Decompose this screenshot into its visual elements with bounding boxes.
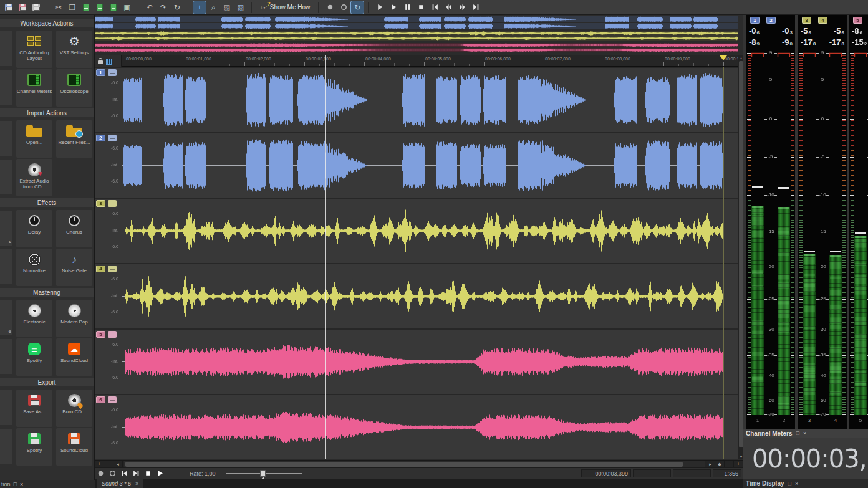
waveform-canvas-2[interactable] bbox=[95, 133, 738, 199]
soundcloud-export-button[interactable]: SoundCloud bbox=[56, 428, 92, 466]
play-button[interactable] bbox=[154, 469, 166, 478]
stop-button[interactable] bbox=[142, 469, 154, 478]
restore-meters-icon[interactable]: □ bbox=[796, 430, 799, 436]
track-lane-2[interactable]: 2—-6.0-Inf.-6.0 bbox=[95, 132, 738, 198]
minimize-track-button-1[interactable]: — bbox=[108, 69, 117, 76]
restore-panel-icon[interactable]: □ bbox=[14, 481, 17, 487]
waveform-canvas-4[interactable] bbox=[95, 264, 738, 330]
forward-button[interactable] bbox=[456, 1, 468, 14]
open-button[interactable]: Open... bbox=[16, 120, 52, 158]
track-number-badge-1[interactable]: 1 bbox=[96, 69, 105, 76]
rate-slider-thumb[interactable] bbox=[260, 470, 266, 477]
close-tab-icon[interactable]: × bbox=[135, 481, 138, 487]
vertical-scrollbar-thumb[interactable] bbox=[739, 61, 743, 447]
minimize-track-button-4[interactable]: — bbox=[108, 266, 117, 272]
go-to-end-button[interactable] bbox=[470, 1, 482, 14]
redo-button[interactable]: ↷ bbox=[157, 1, 170, 14]
show-me-how-button[interactable]: ☞?Show Me How bbox=[257, 1, 314, 14]
close-meters-icon[interactable]: × bbox=[803, 430, 806, 436]
paste-button[interactable] bbox=[80, 1, 92, 14]
record-button[interactable] bbox=[324, 1, 336, 14]
trim-crop-button[interactable]: ▣ bbox=[121, 1, 133, 14]
pencil-tool-button[interactable]: ▨ bbox=[221, 1, 233, 14]
end-of-file-marker-icon[interactable] bbox=[720, 55, 727, 60]
record-button[interactable] bbox=[95, 469, 107, 478]
paste-special-button[interactable] bbox=[94, 1, 106, 14]
save-button[interactable] bbox=[2, 1, 15, 14]
spotify-export-button[interactable]: Spotify bbox=[16, 428, 52, 466]
track-number-badge-2[interactable]: 2 bbox=[96, 135, 105, 141]
rate-slider[interactable] bbox=[226, 469, 302, 478]
go-to-end-button[interactable] bbox=[130, 469, 142, 478]
magnify-tool-button[interactable]: ⌕ bbox=[207, 1, 219, 14]
document-tab[interactable]: Sound 3 * 6 × bbox=[97, 479, 143, 488]
stop-button[interactable] bbox=[415, 1, 427, 14]
rewind-button[interactable] bbox=[442, 1, 455, 14]
cut-button[interactable]: ✂ bbox=[52, 1, 65, 14]
cd-authoring-layout-button[interactable]: CD Authoring Layout bbox=[16, 31, 52, 68]
copy-button[interactable]: ❐ bbox=[66, 1, 79, 14]
restore-time-display-icon[interactable]: □ bbox=[788, 481, 791, 487]
recent-files-button[interactable]: Recent Files... bbox=[56, 120, 92, 158]
play-all-button[interactable] bbox=[374, 1, 386, 14]
track-number-badge-6[interactable]: 6 bbox=[96, 396, 105, 403]
oscilloscope-button[interactable]: Oscilloscope bbox=[56, 69, 92, 107]
go-to-start-button[interactable] bbox=[428, 1, 441, 14]
delay-button[interactable]: Delay bbox=[16, 210, 52, 247]
auto-ripple-icon[interactable] bbox=[106, 59, 112, 65]
modern-pop-button[interactable]: Modern Pop bbox=[56, 300, 92, 337]
selection-tool-button[interactable]: ▧ bbox=[234, 1, 247, 14]
minimize-track-button-2[interactable]: — bbox=[108, 135, 117, 141]
normalize-button[interactable]: Normalize bbox=[16, 249, 52, 286]
repeat-button[interactable]: ↻ bbox=[171, 1, 183, 14]
save-all-button[interactable] bbox=[30, 1, 42, 14]
zoom-out-button[interactable]: − bbox=[725, 461, 734, 467]
waveform-canvas-5[interactable] bbox=[95, 330, 738, 395]
overview-strip[interactable] bbox=[95, 16, 738, 54]
soundcloud-mastering-button[interactable]: ☁SoundCloud bbox=[56, 338, 92, 376]
track-lane-1[interactable]: 1—-6.0-Inf.-6.0 bbox=[95, 67, 738, 132]
waveform-canvas-3[interactable] bbox=[95, 199, 738, 264]
waveform-canvas-6[interactable] bbox=[95, 395, 738, 461]
edit-tool-button[interactable]: + bbox=[193, 1, 206, 14]
zoom-out-time-button[interactable]: − bbox=[104, 461, 113, 467]
electronic-button[interactable]: Electronic bbox=[16, 300, 52, 337]
vertical-scrollbar[interactable]: ▴ ▾ bbox=[738, 55, 743, 459]
paste-to-new-button[interactable] bbox=[107, 1, 120, 14]
waveform-canvas-1[interactable] bbox=[95, 68, 738, 133]
track-lane-5[interactable]: 5—-6.0-Inf.-6.0 bbox=[95, 328, 738, 394]
track-lane-4[interactable]: 4—-6.0-Inf.-6.0 bbox=[95, 263, 738, 328]
channel-meters-button[interactable]: Channel Meters bbox=[16, 69, 52, 107]
playback-cursor[interactable] bbox=[326, 55, 326, 459]
horizontal-scrollbar-track[interactable] bbox=[124, 461, 705, 467]
track-number-badge-4[interactable]: 4 bbox=[96, 266, 105, 272]
loop-playback-button[interactable] bbox=[107, 469, 118, 478]
track-lane-6[interactable]: 6—-6.0-Inf.-6.0 bbox=[95, 394, 738, 459]
close-panel-icon[interactable]: × bbox=[20, 481, 23, 487]
close-time-display-icon[interactable]: × bbox=[795, 481, 798, 487]
loop-playback-button[interactable]: ↻ bbox=[351, 1, 364, 14]
noise-gate-button[interactable]: ♪Noise Gate bbox=[56, 249, 92, 286]
track-number-badge-5[interactable]: 5 bbox=[96, 331, 105, 338]
save-as-button[interactable] bbox=[16, 1, 29, 14]
horizontal-scrollbar-thumb[interactable] bbox=[125, 462, 683, 467]
pause-button[interactable] bbox=[401, 1, 413, 14]
spotify-mastering-button[interactable]: ☰Spotify bbox=[16, 338, 52, 376]
scroll-right-button[interactable]: ▸ bbox=[706, 461, 715, 467]
burn-cd-button[interactable]: Burn CD... bbox=[56, 390, 92, 427]
go-to-start-button[interactable] bbox=[118, 469, 130, 478]
extract-audio-from-cd-button[interactable]: Extract Audio from CD... bbox=[16, 159, 52, 196]
play-button[interactable] bbox=[387, 1, 400, 14]
minimize-track-button-3[interactable]: — bbox=[108, 200, 117, 207]
minimize-track-button-5[interactable]: — bbox=[108, 331, 117, 338]
lock-icon[interactable] bbox=[98, 60, 103, 64]
zoom-in-button[interactable]: + bbox=[734, 461, 743, 467]
scroll-left-button[interactable]: ◂ bbox=[113, 461, 123, 467]
record-remote-button[interactable] bbox=[337, 1, 350, 14]
chorus-button[interactable]: Chorus bbox=[56, 210, 92, 247]
minimize-track-button-6[interactable]: — bbox=[108, 396, 117, 403]
undo-button[interactable]: ↶ bbox=[143, 1, 156, 14]
horizontal-scrollbar[interactable]: +−◂▸◆−+ bbox=[95, 460, 743, 467]
track-lane-3[interactable]: 3—-6.0-Inf.-6.0 bbox=[95, 198, 738, 263]
vst-settings-button[interactable]: ⚙VST Settings bbox=[56, 31, 92, 68]
